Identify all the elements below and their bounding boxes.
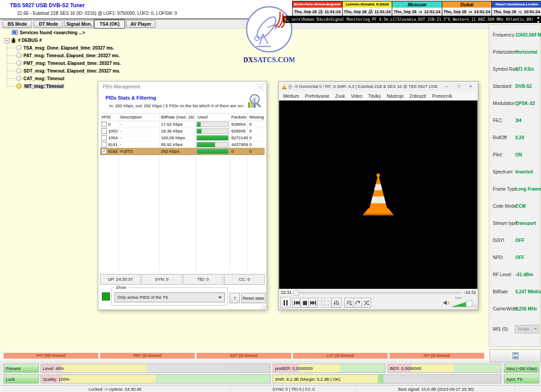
table-row[interactable]: 1004 - 160,09 Kbps 8272140 0	[100, 134, 265, 141]
next-button[interactable]	[308, 298, 318, 308]
menu-audio[interactable]: Zvuk	[335, 94, 345, 99]
help-button[interactable]: ?	[229, 293, 240, 303]
tree-connector	[7, 42, 7, 86]
close-button[interactable]: ×	[465, 83, 476, 91]
sdt-timeout-badge: SDT (0) timeout!	[197, 353, 291, 359]
menu-medium[interactable]: Médium	[283, 94, 299, 99]
vlc-seek-row: 22:31 -22:31	[279, 289, 478, 296]
snr-meter: SNR: 9,2 dB (Margin: 5,2 dB | OK)	[273, 374, 501, 383]
menu-tools[interactable]: Nástroje	[387, 94, 403, 99]
col-bitrate[interactable]: BitRate (max: 160,09 Kb...	[161, 114, 194, 119]
show-filter-dropdown[interactable]: Only active PIDS of the TS	[115, 292, 225, 302]
volume-icon[interactable]	[444, 300, 450, 305]
tab-bs-mode[interactable]: BS Mode	[3, 20, 32, 28]
vlc-video-area[interactable]	[279, 100, 477, 289]
menu-subtitles[interactable]: Titulky	[368, 94, 381, 99]
seek-knob[interactable]	[293, 290, 299, 296]
param-label: Pilot:	[493, 152, 503, 157]
vlc-menubar: Médium Prehrávanie Zvuk Video Titulky Ná…	[279, 91, 478, 100]
mis-dropdown[interactable]: Single	[515, 325, 539, 333]
console-scrollbar[interactable]	[536, 16, 541, 23]
ts-filter-button[interactable]	[490, 349, 541, 362]
pause-button[interactable]	[280, 297, 291, 308]
status-led	[102, 292, 110, 301]
param-label: Code Mode:	[493, 204, 517, 209]
pid-checkbox[interactable]	[101, 122, 107, 127]
shuffle-button[interactable]	[362, 298, 371, 308]
volume-slider[interactable]	[452, 300, 472, 307]
svg-text:DXSATCS.COM: DXSATCS.COM	[244, 56, 294, 64]
pids-heading: PIDs Stats & Filtering	[105, 95, 156, 100]
col-packets[interactable]: Packets	[231, 114, 247, 119]
col-description[interactable]: Description	[120, 114, 142, 119]
col-used[interactable]: Used	[197, 114, 207, 119]
show-group: Show Only active PIDS of the TS	[111, 287, 228, 305]
menu-video[interactable]: Video	[351, 94, 362, 99]
tab-dt-mode[interactable]: DT Mode	[34, 20, 63, 28]
tree-item-pat-msg[interactable]: PAT_msg: Timeout. Elapsed_time: 20327 ms…	[16, 52, 119, 59]
resize-grip[interactable]	[473, 304, 477, 308]
tree-item-tsa-msg[interactable]: TSA_msg: Done. Elapsed_time: 20327 ms.	[16, 44, 114, 51]
table-row[interactable]: 8191 - 85,92 Kbps 4437859 0	[100, 141, 265, 148]
table-row[interactable]: 0 - 17,62 Kbps 928904 0	[100, 121, 265, 128]
param-value: DVB-S2	[515, 84, 532, 89]
tv-icon	[12, 30, 18, 35]
pids-table-header: #PID Description BitRate (max: 160,09 Kb…	[100, 114, 265, 121]
resize-grip[interactable]	[261, 305, 266, 309]
tei-box: TEI: 0	[183, 274, 224, 285]
clock-slovakia: Lučenec-Slovakia_R.Dávid Thu, Sep 28 +1D…	[343, 1, 393, 16]
signal-waves-icon	[274, 9, 288, 28]
param-value: Horizontal	[515, 50, 537, 55]
tab-tsa[interactable]: TSA (OK)	[94, 20, 125, 28]
seek-slider[interactable]	[294, 292, 461, 294]
app-title: TBS 5927 USB DVB-S2 Tuner	[10, 2, 85, 9]
menu-view[interactable]: Zobraziť	[409, 94, 426, 99]
vlc-cone-icon	[282, 84, 287, 90]
used-progress	[197, 142, 229, 147]
pids-window-titlebar[interactable]: PIDs Management	[98, 82, 266, 92]
tree-item-sdt-msg[interactable]: SDT_msg: Timeout. Elapsed_time: 20327 ms…	[16, 67, 120, 74]
close-icon[interactable]: x	[257, 84, 264, 91]
pid-checkbox[interactable]	[101, 135, 107, 141]
chevron-down-icon	[218, 296, 222, 299]
shuffle-icon	[363, 300, 369, 305]
param-value: 11602,569 MHz	[515, 32, 541, 37]
tree-item-services[interactable]: Services found <searching ...>	[12, 29, 85, 36]
menu-playback[interactable]: Prehrávanie	[305, 94, 330, 99]
used-progress	[197, 122, 229, 127]
param-value: 0,205 MHz	[515, 306, 537, 311]
menu-help[interactable]: Pomocník	[432, 94, 452, 99]
fullscreen-button[interactable]	[321, 298, 331, 308]
scroll-up-icon[interactable]	[537, 17, 540, 18]
param-label: FEC:	[493, 118, 503, 123]
ts-stats-row: UP: 24:30:37 SYN: 0 TEI: 0 CC: 0	[100, 274, 265, 285]
nit-timeout-badge: NIT (0) timeout!	[390, 353, 484, 359]
pid-checkbox-checked[interactable]: ✓	[101, 149, 107, 154]
table-row[interactable]: 1002 - 18,36 Kbps 928905 0	[100, 128, 265, 135]
param-label: Polarization:	[493, 50, 518, 55]
lock-indicator: Lock	[4, 374, 39, 383]
tree-item-pmt-msg[interactable]: PMT_msg: Timeout. Elapsed_time: 20327 ms…	[16, 59, 121, 67]
table-row-selected[interactable]: ✓ 8192 FullTS 282 Kbps 0 0	[100, 148, 265, 155]
extended-settings-button[interactable]	[331, 298, 341, 308]
pid-checkbox[interactable]	[101, 142, 107, 147]
playlist-button[interactable]	[344, 298, 354, 308]
scroll-down-icon[interactable]	[537, 21, 540, 23]
pid-checkbox[interactable]	[101, 128, 107, 134]
maximize-button[interactable]: □	[454, 83, 464, 91]
col-missing[interactable]: Missing	[249, 114, 264, 119]
reset-stats-button[interactable]: Reset stats	[241, 293, 266, 303]
tree-item-cat-msg[interactable]: CAT_msg: Timeout	[16, 75, 64, 82]
col-pid[interactable]: #PID	[101, 114, 111, 119]
pids-summary: In: 282 Kbps, out: 282 Kbps | 5 PIDs on …	[109, 103, 244, 108]
tab-av-player[interactable]: AV Player	[126, 20, 156, 28]
clock-city-label: Lučenec-Slovakia_R.Dávid	[343, 1, 392, 8]
minimize-button[interactable]: –	[441, 83, 452, 91]
pause-icon	[284, 300, 288, 305]
loop-button[interactable]	[353, 298, 362, 308]
tab-signal-mon[interactable]: Signal Mon.	[64, 20, 94, 28]
tree-item-debug[interactable]: # DEBUG #	[11, 36, 42, 44]
tree-collapse-toggle[interactable]	[5, 38, 9, 43]
vlc-titlebar[interactable]: () - 0 Horizontal 0 / RF: 0 SNR: 0,0 | E…	[279, 82, 478, 91]
tree-item-nit-msg[interactable]: NIT_msg: Timeout	[16, 82, 64, 90]
